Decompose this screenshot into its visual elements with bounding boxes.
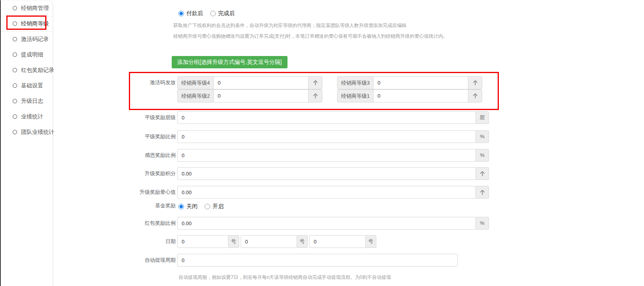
help-text-love-value: 经销商升级与爱心值购物赠送均设置为订单完成(支付)时，本笔订单赠送的爱心值有可能… xyxy=(173,33,448,40)
sidebar-item-label: 升级日志 xyxy=(21,98,43,105)
percent-addon: % xyxy=(475,130,489,143)
sidebar-item-label: 团队业绩统计 xyxy=(21,129,54,136)
redpacket-ratio-input[interactable] xyxy=(177,217,476,230)
group-label: 经销商等级2 xyxy=(177,89,214,102)
sidebar-item-label: 基础设置 xyxy=(21,82,43,89)
add-group-button[interactable]: 添加分组[选择升级方式编号,英文逗号分隔] xyxy=(172,56,288,68)
radio-checked-icon[interactable] xyxy=(178,204,184,209)
day-unit-addon: 号 xyxy=(228,235,239,248)
sidebar-item-performance-stats[interactable]: 业绩统计 xyxy=(1,109,53,124)
up-arrow-icon xyxy=(468,89,482,102)
same-level-layer-input[interactable] xyxy=(177,111,476,124)
radio-checked-icon[interactable] xyxy=(178,11,184,16)
date-input-2[interactable] xyxy=(241,235,297,248)
sidebar-item-basic-settings[interactable]: 基础设置 xyxy=(1,78,53,93)
up-arrow-icon xyxy=(475,167,489,180)
up-arrow-icon xyxy=(475,186,489,199)
radio-option-closed[interactable]: 关闭 xyxy=(178,203,197,210)
upgrade-points-label: 升级奖励积分 xyxy=(108,167,176,180)
auto-withdraw-label: 自动提现周期 xyxy=(108,254,176,267)
date-label: 日期 xyxy=(108,235,176,248)
percent-addon: % xyxy=(475,217,489,230)
up-arrow-icon xyxy=(308,89,322,102)
gratitude-ratio-label: 感恩奖励比例 xyxy=(108,149,176,162)
activation-level2-input[interactable] xyxy=(213,89,309,102)
radio-unchecked-icon[interactable] xyxy=(205,204,210,209)
upgrade-timing-radio-group: 付款后 完成后 xyxy=(178,10,242,17)
radio-label: 关闭 xyxy=(186,203,197,210)
group-label: 经销商等级4 xyxy=(177,76,214,89)
same-level-layer-label: 平级奖励层级 xyxy=(108,111,176,124)
date-input-3[interactable] xyxy=(309,235,366,248)
circle-icon xyxy=(13,37,17,41)
circle-icon xyxy=(13,68,17,72)
sidebar-item-dealer-level[interactable]: 经销商等级 xyxy=(1,16,53,31)
sidebar-item-dealer-manage[interactable]: 经销商管理 xyxy=(1,0,53,16)
activation-level3-input[interactable] xyxy=(373,76,468,89)
radio-option-open[interactable]: 开启 xyxy=(205,203,224,210)
circle-icon xyxy=(13,6,17,10)
day-unit-addon: 号 xyxy=(365,235,376,248)
circle-icon xyxy=(13,21,17,26)
sidebar-item-redpacket-log[interactable]: 红包奖励记录 xyxy=(1,62,53,78)
day-unit-addon: 号 xyxy=(297,235,308,248)
same-level-ratio-input[interactable] xyxy=(177,130,476,143)
radio-label: 付款后 xyxy=(186,10,203,17)
sidebar-item-label: 激活码记录 xyxy=(21,36,49,43)
sidebar-item-team-performance-stats[interactable]: 团队业绩统计 xyxy=(1,124,53,140)
upgrade-points-input[interactable] xyxy=(177,167,476,180)
sidebar-item-upgrade-log[interactable]: 升级日志 xyxy=(1,93,53,109)
layer-unit-addon: 层 xyxy=(475,111,489,124)
sidebar: 经销商管理 经销商等级 激活码记录 提成明细 红包奖励记录 基础设置 升级日志 … xyxy=(0,0,53,286)
sidebar-item-label: 经销商等级 xyxy=(21,20,49,27)
percent-addon: % xyxy=(475,149,489,162)
activation-level4-input[interactable] xyxy=(213,76,309,89)
circle-icon xyxy=(13,99,17,103)
sidebar-item-activation-code-log[interactable]: 激活码记录 xyxy=(1,31,53,47)
redpacket-ratio-label: 红包奖励比例 xyxy=(108,217,176,230)
help-text-upgrade: 获取推广下线权利的会员达到条件，自动升级为对应等级的代理商；指定某团队等级人数升… xyxy=(173,22,406,29)
activation-group-level1: 经销商等级1 xyxy=(337,89,482,102)
circle-icon xyxy=(13,130,17,134)
radio-option-after-payment[interactable]: 付款后 xyxy=(178,10,203,17)
group-label: 经销商等级3 xyxy=(337,76,374,89)
sidebar-item-label: 业绩统计 xyxy=(21,113,43,120)
circle-icon xyxy=(13,83,17,88)
radio-unchecked-icon[interactable] xyxy=(210,11,216,16)
sidebar-item-label: 提成明细 xyxy=(21,51,43,58)
gratitude-ratio-input[interactable] xyxy=(177,149,476,162)
up-arrow-icon xyxy=(308,76,322,89)
activation-group-level3: 经销商等级3 xyxy=(337,76,482,89)
up-arrow-icon xyxy=(468,76,482,89)
sidebar-item-commission-detail[interactable]: 提成明细 xyxy=(1,47,53,62)
auto-withdraw-help-text: 自动提现周期，例如设置7日，则在每月每n天该等级经销商自动完成手动提现流程。为0… xyxy=(178,274,391,281)
fund-reward-radio-group: 关闭 开启 xyxy=(178,203,231,210)
upgrade-love-label: 升级奖励爱心值 xyxy=(108,186,176,199)
circle-icon xyxy=(13,114,17,119)
sidebar-item-label: 红包奖励记录 xyxy=(21,67,54,74)
radio-label: 完成后 xyxy=(218,10,235,17)
radio-label: 开启 xyxy=(213,203,224,210)
group-label: 经销商等级1 xyxy=(337,89,374,102)
upgrade-love-input[interactable] xyxy=(177,186,476,199)
fund-reward-label: 基金奖励 xyxy=(108,199,176,212)
activation-level1-input[interactable] xyxy=(373,89,468,102)
date-input-1[interactable] xyxy=(177,235,228,248)
same-level-ratio-label: 平级奖励比例 xyxy=(108,130,176,143)
activation-group-level2: 经销商等级2 xyxy=(177,89,322,102)
circle-icon xyxy=(13,52,17,57)
radio-option-after-completion[interactable]: 完成后 xyxy=(210,10,235,17)
activation-group-level4: 经销商等级4 xyxy=(177,76,322,89)
auto-withdraw-input[interactable] xyxy=(177,254,458,267)
sidebar-item-label: 经销商管理 xyxy=(21,5,49,12)
activation-label: 激活码发放 xyxy=(108,76,176,89)
